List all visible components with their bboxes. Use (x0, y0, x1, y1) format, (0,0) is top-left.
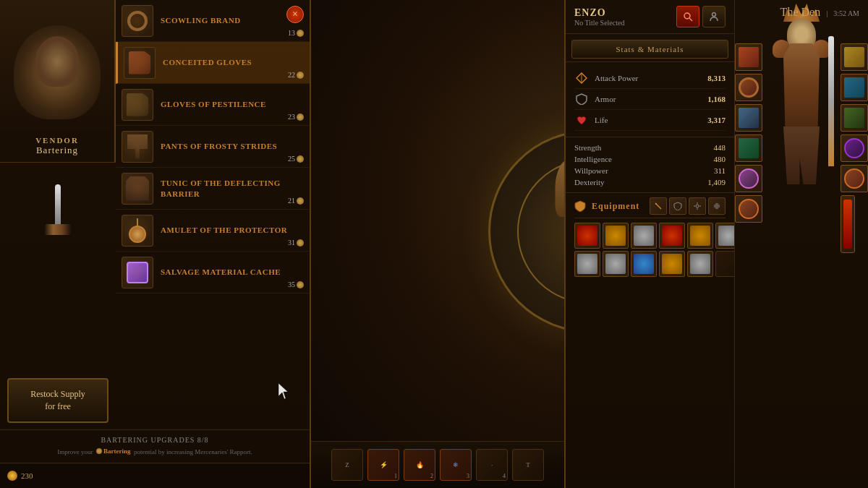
upgrades-desc: Improve your Bartering potential by incr… (6, 447, 304, 457)
item-row-pants-frosty[interactable]: PANTS OF FROSTY STRIDES 25 (116, 126, 310, 168)
equip-slot-5[interactable] (687, 223, 713, 249)
equipment-grid-row2 (574, 251, 726, 277)
item-icon-amulet (122, 215, 153, 247)
equipped-item-6 (718, 226, 734, 246)
equip-slot-6[interactable] (715, 223, 734, 249)
equip-slot-10[interactable] (603, 251, 629, 277)
equip-slot-11[interactable] (631, 251, 657, 277)
stats-section: Attack Power 8,313 Armor 1,168 (566, 62, 734, 137)
action-slot-t[interactable]: T (512, 449, 544, 481)
char-right-slots (841, 43, 868, 253)
equip-slot-1[interactable] (574, 223, 600, 249)
armor-label: Armor (595, 95, 707, 103)
equip-tool-sword[interactable] (650, 197, 667, 215)
item-cost-1: 22 (288, 71, 304, 79)
slot-item-r1 (844, 47, 864, 67)
item-cost-4: 21 (288, 197, 304, 205)
strength-label: Strength (574, 143, 601, 152)
equip-slot-4[interactable] (659, 223, 685, 249)
item-name-conceited-gloves: CONCEITED GLOVES (163, 57, 304, 67)
char-right-slot-2[interactable] (841, 74, 868, 101)
bottom-bar: 230 (0, 463, 310, 488)
char-right-slot-4[interactable] (841, 134, 868, 162)
equip-tool-shield[interactable] (669, 197, 686, 215)
char-left-slot-4[interactable] (735, 134, 762, 162)
location-name: The Den (780, 6, 821, 18)
item-row-gloves-pestilence[interactable]: GLOVES OF PESTILENCE 23 (116, 84, 310, 126)
pants-shape (127, 134, 148, 159)
char-left-slot-5[interactable] (735, 165, 762, 192)
equip-slot-3[interactable] (631, 223, 657, 249)
equip-slot-2[interactable] (603, 223, 629, 249)
equipped-item-3 (634, 226, 654, 246)
right-panel: ENZO No Title Selected (564, 0, 868, 488)
dexterity-value: 1,409 (707, 178, 726, 187)
equipment-grid-row1 (574, 223, 726, 249)
equip-tool-info[interactable] (708, 197, 726, 215)
switch-buttons (676, 6, 726, 27)
char-left-slot-1[interactable] (735, 43, 762, 71)
svg-point-6 (696, 205, 699, 207)
char-right-slot-3[interactable] (841, 104, 868, 132)
equip-tool-settings[interactable] (689, 197, 706, 215)
item-cost-3: 25 (288, 155, 304, 163)
restock-button[interactable]: Restock Supply for free (7, 378, 109, 423)
item-name-gloves-pestilence: GLOVES OF PESTILENCE (161, 99, 304, 109)
equipped-item-10 (605, 254, 626, 274)
action-slot-2[interactable]: 🔥 2 (404, 449, 435, 481)
char-subtitle: No Title Selected (574, 19, 676, 27)
equipment-title: Equipment (592, 201, 639, 212)
equip-slot-12[interactable] (659, 251, 685, 277)
amulet-shape (129, 218, 146, 243)
svg-point-2 (712, 13, 716, 17)
action-slot-3[interactable]: ❄ 3 (440, 449, 472, 481)
stat-life: Life 3,317 (574, 110, 726, 131)
char-left-slot-2[interactable] (735, 74, 762, 101)
equipped-item-2 (605, 226, 626, 246)
equip-slot-14[interactable] (715, 251, 734, 277)
stats-materials-button[interactable]: Stats & Materials (571, 40, 728, 59)
equipped-item-11 (634, 254, 654, 274)
char-right-slot-6[interactable] (841, 195, 855, 253)
items-list: SCOWLING BRAND 13 CONCEITED GLOVES 22 (116, 0, 310, 401)
willpower-label: Willpower (574, 166, 608, 175)
item-icon-ring (122, 5, 153, 37)
slot-item-r4 (844, 138, 864, 158)
switch-btn-person[interactable] (702, 6, 726, 27)
equip-slot-13[interactable] (687, 251, 713, 277)
char-legs (783, 127, 820, 184)
hud-time: 3:52 AM (833, 9, 859, 17)
attr-willpower: Willpower 311 (574, 165, 726, 176)
action-slot-1[interactable]: ⚡ 1 (367, 449, 399, 481)
vendor-portrait (0, 0, 116, 130)
bartering-icon (96, 448, 102, 454)
action-slot-4[interactable]: · 4 (476, 449, 508, 481)
char-right-slot-1[interactable] (841, 43, 868, 71)
item-row-scowling-brand[interactable]: SCOWLING BRAND 13 (116, 0, 310, 42)
item-name-salvage-cache: SALVAGE MATERIAL CACHE (161, 267, 304, 277)
equip-slot-9[interactable] (574, 251, 600, 277)
intelligence-value: 480 (714, 155, 726, 163)
close-button[interactable]: × (286, 6, 304, 23)
item-row-tunic-deflecting[interactable]: TUNIC OF THE DEFLECTING BARRIER 21 (116, 168, 310, 210)
vendor-type: Bartering (0, 145, 114, 156)
action-slot-z[interactable]: Z (331, 449, 363, 481)
char-body (783, 43, 820, 130)
stat-armor: Armor 1,168 (574, 89, 726, 110)
switch-btn-magnify[interactable] (676, 6, 699, 27)
item-row-salvage-cache[interactable]: SALVAGE MATERIAL CACHE 35 (116, 252, 310, 294)
vendor-face (14, 25, 101, 119)
char-left-slot-3[interactable] (735, 104, 762, 132)
char-left-slot-6[interactable] (735, 195, 762, 223)
char-right-slot-5[interactable] (841, 165, 868, 192)
item-row-amulet-protector[interactable]: AMULET OF THE PROTECTOR 31 (116, 210, 310, 252)
attr-dexterity: Dexterity 1,409 (574, 176, 726, 188)
item-cost-5: 31 (288, 239, 304, 247)
cost-icon-6 (297, 281, 304, 288)
slot-item-6 (739, 199, 759, 219)
item-icon-glove1 (124, 47, 156, 79)
cost-icon-3 (297, 155, 304, 163)
item-row-conceited-gloves[interactable]: CONCEITED GLOVES 22 (116, 42, 310, 84)
item-icon-cache (122, 257, 153, 288)
item-cost-2: 23 (288, 113, 304, 121)
